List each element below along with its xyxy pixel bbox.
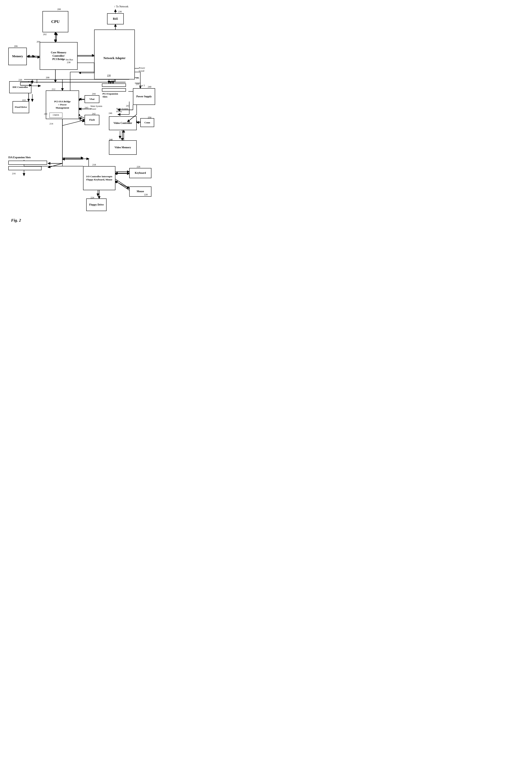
conn-box: Conn	[140, 118, 154, 127]
conn-ref: 250	[148, 116, 151, 119]
svg-line-90	[115, 179, 129, 188]
bus-ref: 208	[46, 76, 49, 79]
cmos-box: CMOS	[49, 113, 62, 118]
pci-expansion-label: PCI ExpansionSlots	[102, 92, 118, 98]
flash-214: 214	[49, 122, 53, 125]
network-adapter-box: Network Adapter	[94, 30, 135, 79]
diagram-container: CPU 200 202 Core MemoryController/PCI Br…	[0, 0, 166, 236]
svg-line-91	[115, 181, 129, 190]
cmos-ref: 213	[44, 113, 47, 115]
svg-line-84	[48, 163, 62, 167]
pci-isa-ref: 212	[52, 88, 55, 91]
pci-slot-1	[102, 83, 126, 87]
fixed-drive-box: Fixed Drive	[13, 101, 29, 113]
isa-expansion-label: ISA Expansion Slots	[8, 156, 31, 159]
svg-line-72	[62, 120, 85, 126]
ref243a: 243	[126, 104, 130, 107]
network-adapter-ref: 230	[107, 74, 111, 77]
core-memory-ref: 204	[37, 40, 40, 43]
svg-line-38	[114, 181, 129, 188]
fig2-label: Fig. 2	[11, 218, 21, 223]
isa-ref: 216	[12, 172, 16, 175]
ref241: 241	[136, 77, 139, 80]
fixed-drive-ref: 222	[22, 99, 26, 102]
floppy-drive-box: Floppy Drive	[86, 198, 107, 211]
video-memory-ref: 248	[109, 138, 113, 141]
cpu-box: CPU	[42, 11, 68, 32]
memory-box: Memory	[8, 48, 27, 65]
mouse-box: Mouse	[129, 186, 151, 197]
power-supply-box: Power Supply	[133, 88, 155, 105]
cpu-ref2: 202	[43, 33, 47, 36]
io-ref: 218	[92, 163, 96, 166]
ref246: 246	[109, 112, 112, 115]
mouse-ref: 228	[144, 193, 148, 196]
ref243b: 243	[85, 106, 88, 109]
ide-ref: 220	[18, 78, 22, 81]
main-sys-power-1: Main SystemPower	[116, 107, 128, 113]
isa-slot-2	[8, 166, 42, 170]
sm-bus-label: Sm Bus	[66, 58, 73, 61]
ide-controller-box: IDE Controller	[9, 81, 31, 93]
flash-box: Flash	[85, 115, 99, 125]
aux5-label: Aux 5	[139, 84, 145, 87]
core-memory-box: Core MemoryController/PCI Bridge	[40, 42, 78, 70]
flash-ref: 242	[92, 112, 96, 115]
svg-line-69	[79, 118, 85, 120]
sm-bus-ref: 238	[67, 61, 71, 64]
video-memory-box: Video Memory	[109, 140, 137, 155]
keyboard-ref: 226	[137, 165, 140, 168]
keyboard-box: Keyboard	[129, 168, 151, 178]
pci-slot-2	[102, 88, 126, 92]
power-good-label: PowerGood	[139, 66, 145, 72]
r45-ref: 236	[118, 10, 122, 13]
to-network-label: ↑ To Network	[114, 5, 128, 8]
vbat-ref: 244	[92, 92, 96, 95]
svg-line-70	[79, 120, 85, 121]
cpu-ref: 200	[57, 8, 61, 11]
io-controller-box: I/O Controller Interrupts Floppy Keyboar…	[83, 166, 115, 190]
pci-expansion-ref: 210	[110, 79, 114, 82]
main-sys-power-2: Main SystemPower	[90, 105, 102, 110]
floppy-ref: 224	[90, 196, 94, 199]
isa-slot-1	[8, 161, 47, 165]
power-supply-ref: 240	[148, 85, 151, 88]
video-controller-box: Video Controller	[109, 116, 137, 130]
vbat-box: Vbat	[85, 95, 99, 103]
r45-box: R45	[107, 13, 124, 24]
memory-ref: 206	[14, 45, 18, 48]
